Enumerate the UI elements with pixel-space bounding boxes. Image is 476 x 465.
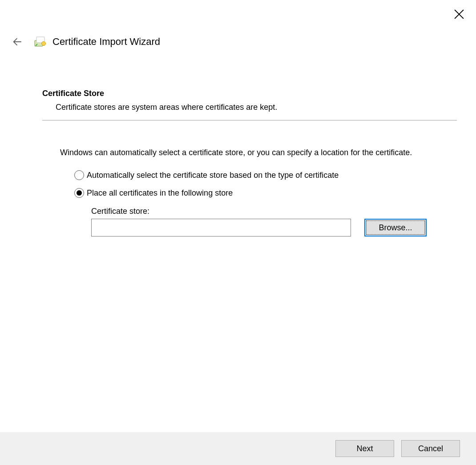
section-heading: Certificate Store: [42, 89, 458, 98]
wizard-content: Certificate Store Certificate stores are…: [42, 89, 458, 237]
wizard-title: Certificate Import Wizard: [52, 36, 160, 48]
radio-auto[interactable]: [74, 170, 84, 180]
wizard-header: Certificate Import Wizard: [7, 33, 469, 51]
back-button[interactable]: [9, 34, 25, 50]
divider: [42, 120, 457, 120]
arrow-left-icon: [12, 37, 22, 47]
radio-place[interactable]: [74, 188, 84, 198]
radio-dot-icon: [77, 190, 82, 196]
section-description: Certificate stores are system areas wher…: [56, 103, 458, 112]
svg-point-2: [42, 42, 46, 46]
radio-place-row[interactable]: Place all certificates in the following …: [74, 188, 447, 198]
store-area: Certificate store: Browse...: [91, 207, 447, 237]
radio-place-label: Place all certificates in the following …: [87, 188, 233, 198]
form-body: Windows can automatically select a certi…: [60, 147, 447, 237]
instruction-text: Windows can automatically select a certi…: [60, 147, 447, 158]
cancel-button[interactable]: Cancel: [401, 440, 460, 457]
certificate-wizard-icon: [34, 36, 47, 48]
next-button[interactable]: Next: [335, 440, 394, 457]
store-label: Certificate store:: [91, 207, 447, 216]
certificate-store-input[interactable]: [91, 219, 351, 237]
radio-auto-row[interactable]: Automatically select the certificate sto…: [74, 170, 447, 180]
wizard-window: Certificate Import Wizard Certificate St…: [0, 0, 476, 465]
close-icon[interactable]: [453, 8, 465, 20]
browse-button[interactable]: Browse...: [364, 219, 427, 237]
wizard-footer: Next Cancel: [0, 432, 476, 465]
radio-auto-label: Automatically select the certificate sto…: [87, 171, 339, 180]
